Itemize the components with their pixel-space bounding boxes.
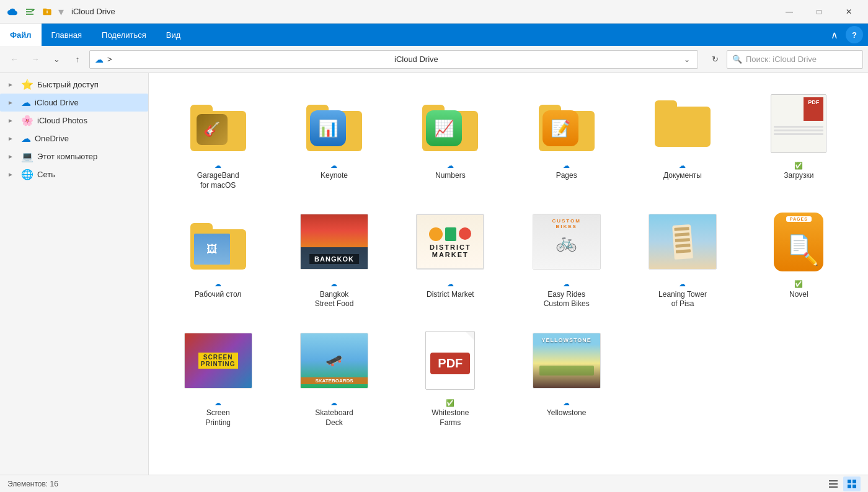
- file-item-numbers[interactable]: 📈 ☁ Numbers: [394, 83, 507, 196]
- file-item-novel[interactable]: PAGES 📄 ✏️ ✅ Novel: [742, 201, 856, 315]
- sync-status-keynote: ☁: [330, 161, 337, 170]
- grid-view-button[interactable]: [843, 477, 861, 491]
- search-box[interactable]: 🔍 Поиск: iCloud Drive: [727, 50, 863, 69]
- tab-share[interactable]: Поделиться: [92, 24, 156, 46]
- svg-rect-1: [26, 11, 32, 12]
- sync-status-novel: ✅: [794, 279, 803, 288]
- expand-icon: ►: [7, 171, 17, 178]
- window-controls: — □ ✕: [775, 0, 863, 24]
- file-thumb-documents: [649, 89, 717, 157]
- file-item-bangkok[interactable]: BANGKOK ☁ BangkokStreet Food: [277, 201, 391, 315]
- expand-icon: ►: [7, 135, 17, 142]
- item-count: Элементов: 16: [7, 480, 58, 488]
- sidebar-label-this-pc: Этот компьютер: [37, 152, 97, 161]
- expand-icon: ►: [7, 117, 17, 124]
- sidebar-item-icloud-photos[interactable]: ► 🌸 iCloud Photos: [0, 112, 148, 130]
- minimize-button[interactable]: —: [775, 0, 804, 24]
- file-thumb-easy-rides: 🚲 CUSTOMBIKES: [533, 208, 601, 276]
- tab-home[interactable]: Главная: [42, 24, 92, 46]
- close-button[interactable]: ✕: [835, 0, 863, 24]
- file-label-desktop: ☁ Рабочий стол: [195, 279, 241, 299]
- history-dropdown-button[interactable]: ⌄: [47, 50, 66, 69]
- file-item-easy-rides[interactable]: 🚲 CUSTOMBIKES ☁ Easy RidesCustom Bikes: [510, 201, 623, 315]
- refresh-button[interactable]: ↻: [706, 50, 724, 69]
- back-button[interactable]: ←: [5, 50, 24, 69]
- file-label-bangkok: ☁ BangkokStreet Food: [315, 279, 354, 309]
- sidebar-label-icloud-drive: iCloud Drive: [35, 98, 79, 107]
- search-placeholder: Поиск: iCloud Drive: [746, 55, 817, 64]
- file-thumb-garageband: 🎸: [184, 89, 252, 157]
- forward-button[interactable]: →: [26, 50, 45, 69]
- search-icon: 🔍: [732, 55, 742, 64]
- sync-status-district: ☁: [447, 279, 454, 288]
- sync-status-screen-printing: ☁: [215, 398, 221, 407]
- file-thumb-pages: 📝: [533, 89, 601, 157]
- sync-status-easy-rides: ☁: [563, 279, 570, 288]
- file-label-yellowstone: ☁ Yellowstone: [547, 398, 587, 418]
- file-item-whitestone[interactable]: PDF ✅ WhitestoneFarms: [394, 320, 507, 434]
- sidebar-label-quick-access: Быстрый доступ: [37, 80, 99, 89]
- sync-status-yellowstone: ☁: [563, 398, 570, 407]
- file-label-skateboard: ☁ SkateboardDeck: [315, 398, 353, 428]
- file-item-screen-printing[interactable]: SCREENPRINTING ☁ ScreenPrinting: [161, 320, 275, 434]
- ribbon: Файл Главная Поделиться Вид ∧ ?: [0, 24, 868, 46]
- sidebar-item-this-pc[interactable]: ► 💻 Этот компьютер: [0, 147, 148, 165]
- file-label-screen-printing: ☁ ScreenPrinting: [205, 398, 231, 428]
- sync-status-desktop: ☁: [215, 279, 221, 288]
- sync-status-numbers: ☁: [447, 161, 454, 170]
- file-item-downloads[interactable]: PDF ✅ Загрузки: [742, 83, 856, 196]
- file-thumb-novel: PAGES 📄 ✏️: [764, 208, 833, 276]
- file-item-pages[interactable]: 📝 ☁ Pages: [510, 83, 623, 196]
- sidebar-item-network[interactable]: ► 🌐 Сеть: [0, 165, 148, 183]
- list-view-button[interactable]: [825, 477, 842, 491]
- file-label-numbers: ☁ Numbers: [435, 161, 466, 181]
- task-icon: [22, 4, 37, 19]
- sidebar-label-icloud-photos: iCloud Photos: [37, 116, 87, 125]
- file-item-district[interactable]: DISTRICTMARKET ☁ District Market: [394, 201, 507, 315]
- address-cloud-icon: ☁: [95, 55, 104, 64]
- file-thumb-numbers: 📈: [416, 89, 484, 157]
- file-label-keynote: ☁ Keynote: [321, 161, 348, 181]
- sidebar-item-onedrive[interactable]: ► ☁ OneDrive: [0, 130, 148, 147]
- tab-file[interactable]: Файл: [0, 24, 42, 46]
- file-label-downloads: ✅ Загрузки: [784, 161, 813, 181]
- svg-rect-9: [852, 480, 856, 483]
- svg-rect-0: [26, 9, 33, 9]
- file-label-leaning-tower: ☁ Leaning Towerof Pisa: [658, 279, 707, 309]
- expand-icon: ►: [7, 99, 17, 106]
- sync-status-documents: ☁: [679, 161, 686, 170]
- svg-rect-5: [829, 480, 838, 481]
- address-bar: ← → ⌄ ↑ ☁ > iCloud Drive ⌄ ↻ 🔍 Поиск: iC…: [0, 46, 868, 73]
- sidebar-label-network: Сеть: [37, 170, 55, 179]
- help-button[interactable]: ?: [846, 26, 863, 43]
- svg-rect-6: [829, 483, 838, 485]
- sync-status-skateboard: ☁: [330, 398, 337, 407]
- address-input[interactable]: ☁ > iCloud Drive ⌄: [89, 50, 698, 69]
- address-right-controls: ↻: [706, 50, 724, 69]
- file-item-yellowstone[interactable]: YELLOWSTONE ☁ Yellowstone: [510, 320, 623, 434]
- file-item-garageband[interactable]: 🎸 ☁ GarageBandfor macOS: [161, 83, 275, 196]
- sidebar-item-icloud-drive[interactable]: ► ☁ iCloud Drive: [0, 94, 148, 112]
- address-dropdown-icon[interactable]: ⌄: [681, 54, 693, 65]
- svg-rect-11: [852, 485, 856, 488]
- folder-pin-icon: [40, 4, 55, 19]
- sidebar-item-quick-access[interactable]: ► ⭐ Быстрый доступ: [0, 76, 148, 94]
- sync-status-bangkok: ☁: [330, 279, 337, 288]
- file-item-keynote[interactable]: 📊 ☁ Keynote: [277, 83, 391, 196]
- file-thumb-skateboard: 🛹 SKATEBOARDS: [300, 327, 368, 395]
- file-item-leaning-tower[interactable]: ☁ Leaning Towerof Pisa: [626, 201, 739, 315]
- maximize-button[interactable]: □: [805, 0, 833, 24]
- address-separator: >: [107, 55, 391, 64]
- file-item-desktop[interactable]: 🖼 ☁ Рабочий стол: [161, 201, 275, 315]
- tab-view[interactable]: Вид: [156, 24, 191, 46]
- ribbon-collapse-button[interactable]: ∧: [826, 27, 843, 43]
- expand-icon: ►: [7, 153, 17, 160]
- file-item-skateboard[interactable]: 🛹 SKATEBOARDS ☁ SkateboardDeck: [277, 320, 391, 434]
- up-button[interactable]: ↑: [68, 50, 87, 69]
- file-thumb-bangkok: BANGKOK: [300, 208, 368, 276]
- file-grid: 🎸 ☁ GarageBandfor macOS: [161, 83, 856, 434]
- sync-status-whitestone: ✅: [446, 398, 454, 407]
- file-label-pages: ☁ Pages: [556, 161, 577, 181]
- file-thumb-district: DISTRICTMARKET: [416, 208, 484, 276]
- file-item-documents[interactable]: ☁ Документы: [626, 83, 739, 196]
